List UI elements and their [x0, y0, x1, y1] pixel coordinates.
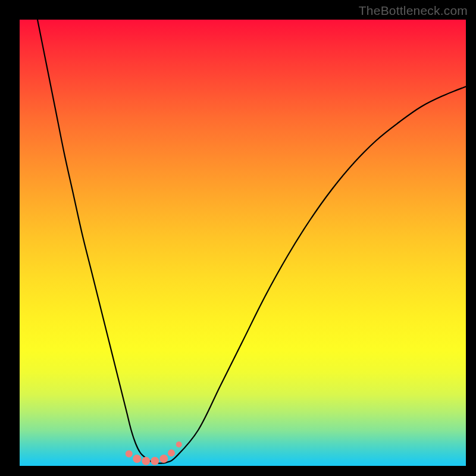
- marker-dot: [126, 450, 133, 458]
- plot-area: [20, 20, 466, 466]
- marker-dot: [142, 457, 150, 465]
- marker-dot: [151, 457, 159, 465]
- watermark-text: TheBottleneck.com: [359, 4, 468, 18]
- curve-layer: [20, 20, 466, 466]
- chart-container: TheBottleneck.com: [0, 0, 476, 476]
- marker-dot: [133, 455, 141, 463]
- marker-dot: [168, 449, 175, 456]
- bottleneck-curve: [37, 20, 466, 464]
- curve-markers: [126, 441, 182, 465]
- marker-dot: [176, 441, 182, 447]
- marker-dot: [159, 455, 168, 463]
